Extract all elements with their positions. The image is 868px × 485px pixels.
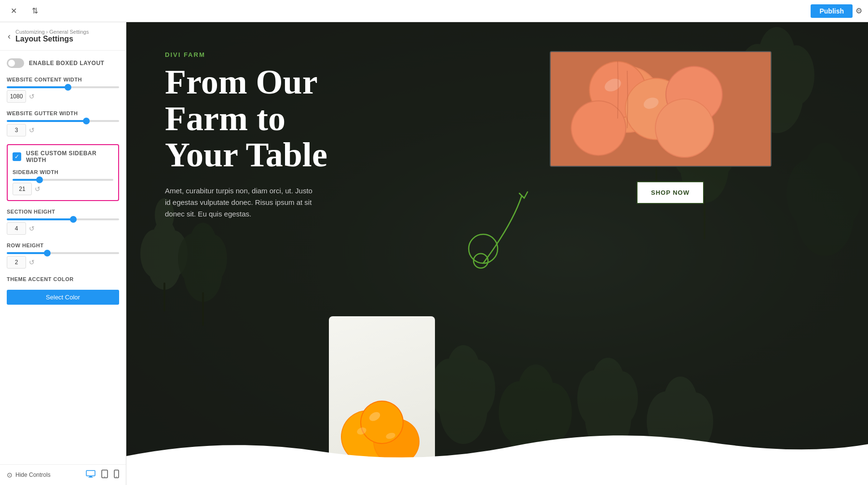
arrow-decoration [445, 186, 541, 273]
row-height-label: ROW HEIGHT [7, 242, 119, 248]
sidebar-panel: ‹ Customizing › General Settings Layout … [0, 22, 126, 485]
website-gutter-width-slider-row [7, 120, 119, 122]
eye-icon: ⊙ [7, 471, 13, 479]
back-button[interactable]: ‹ [8, 31, 11, 41]
website-gutter-width-slider[interactable] [7, 120, 119, 122]
section-height-value: 4 [7, 222, 26, 235]
hide-controls-label: Hide Controls [15, 472, 51, 478]
website-content-width-reset[interactable]: ↺ [29, 93, 35, 100]
row-height-reset[interactable]: ↺ [29, 258, 35, 266]
sidebar-width-slider-row [13, 179, 113, 181]
section-height-slider-row [7, 218, 119, 220]
sidebar-width-value: 21 [13, 183, 32, 195]
mobile-icon-button[interactable] [114, 470, 119, 480]
shop-now-button[interactable]: SHOP NOW [637, 181, 704, 204]
row-height-group: ROW HEIGHT 2 ↺ [7, 242, 119, 269]
svg-point-76 [572, 101, 625, 155]
hero-section: DIVI FARM From Our Farm to Your Table Am… [126, 22, 868, 485]
use-custom-sidebar-label: USE CUSTOM SIDEBAR WIDTH [26, 150, 113, 163]
sidebar-bottom: ⊙ Hide Controls [0, 464, 126, 485]
publish-button[interactable]: Publish [811, 4, 853, 18]
website-gutter-width-reset[interactable]: ↺ [29, 126, 35, 134]
main-content: ‹ Customizing › General Settings Layout … [0, 22, 868, 485]
website-content-width-label: WEBSITE CONTENT WIDTH [7, 77, 119, 82]
website-content-width-group: WEBSITE CONTENT WIDTH 1080 ↺ [7, 77, 119, 103]
svg-point-74 [656, 99, 713, 157]
row-height-slider[interactable] [7, 252, 119, 254]
breadcrumb: Customizing › General Settings [15, 29, 89, 35]
wave-decoration [126, 427, 868, 485]
website-gutter-width-group: WEBSITE GUTTER WIDTH 3 ↺ [7, 110, 119, 136]
section-height-label: SECTION HEIGHT [7, 209, 119, 215]
sidebar-width-reset[interactable]: ↺ [35, 185, 41, 193]
enable-boxed-toggle[interactable] [7, 58, 24, 68]
sidebar-header: ‹ Customizing › General Settings Layout … [0, 22, 126, 51]
enable-boxed-label: ENABLE BOXED LAYOUT [29, 60, 104, 67]
desktop-icon-button[interactable] [86, 470, 95, 480]
swap-button[interactable]: ⇅ [27, 3, 42, 19]
mobile-icon [114, 470, 119, 478]
website-content-width-value-row: 1080 ↺ [7, 90, 119, 103]
section-height-group: SECTION HEIGHT 4 ↺ [7, 209, 119, 235]
svg-rect-0 [86, 471, 95, 476]
section-height-value-row: 4 ↺ [7, 222, 119, 235]
hero-title-line1: From Our [165, 63, 318, 101]
desktop-icon [86, 470, 95, 478]
top-bar-left: ✕ ⇅ [6, 3, 42, 19]
sidebar-width-label: SIDEBAR WIDTH [13, 169, 113, 175]
sidebar-width-value-row: 21 ↺ [13, 183, 113, 195]
custom-sidebar-section: ✓ USE CUSTOM SIDEBAR WIDTH SIDEBAR WIDTH… [7, 144, 119, 201]
tablet-icon [101, 470, 108, 478]
sidebar-width-slider[interactable] [13, 179, 113, 181]
hide-controls-button[interactable]: ⊙ Hide Controls [7, 471, 51, 479]
theme-accent-color-section: THEME ACCENT COLOR Select Color [7, 276, 119, 305]
top-bar-right: Publish ⚙ [811, 4, 862, 18]
hero-title-line3: Your Table [165, 135, 327, 174]
sidebar-content: ENABLE BOXED LAYOUT WEBSITE CONTENT WIDT… [0, 51, 126, 464]
gear-button[interactable]: ⚙ [855, 6, 862, 15]
video-thumbnail[interactable] [550, 51, 772, 167]
row-height-value-row: 2 ↺ [7, 256, 119, 269]
section-height-slider[interactable] [7, 218, 119, 220]
section-height-reset[interactable]: ↺ [29, 225, 35, 232]
sidebar-header-text: Customizing › General Settings Layout Se… [15, 29, 89, 43]
sidebar-width-group: SIDEBAR WIDTH 21 ↺ [13, 169, 113, 195]
enable-boxed-row: ENABLE BOXED LAYOUT [7, 58, 119, 68]
toggle-slider [7, 58, 24, 68]
top-bar: ✕ ⇅ Publish ⚙ [0, 0, 868, 22]
use-custom-sidebar-row: ✓ USE CUSTOM SIDEBAR WIDTH [13, 150, 113, 163]
use-custom-sidebar-checkbox[interactable]: ✓ [13, 152, 21, 161]
preview-area: DIVI FARM From Our Farm to Your Table Am… [126, 22, 868, 485]
svg-rect-2 [88, 477, 93, 478]
svg-point-4 [104, 476, 105, 477]
website-content-width-value: 1080 [7, 90, 26, 103]
theme-accent-color-label: THEME ACCENT COLOR [7, 276, 119, 282]
hero-description: Amet, curabitur turpis non, diam orci, u… [165, 185, 319, 220]
device-icons [86, 470, 119, 480]
tablet-icon-button[interactable] [101, 470, 108, 480]
website-content-width-slider[interactable] [7, 86, 119, 88]
website-gutter-width-value: 3 [7, 124, 26, 136]
hero-title-line2: Farm to [165, 99, 285, 138]
website-gutter-width-label: WEBSITE GUTTER WIDTH [7, 110, 119, 116]
website-content-width-slider-row [7, 86, 119, 88]
page-title: Layout Settings [15, 35, 89, 43]
row-height-value: 2 [7, 256, 26, 269]
peach-image-svg [551, 52, 771, 166]
website-gutter-width-value-row: 3 ↺ [7, 124, 119, 136]
row-height-slider-row [7, 252, 119, 254]
select-color-button[interactable]: Select Color [7, 290, 119, 305]
svg-point-6 [116, 476, 117, 477]
close-button[interactable]: ✕ [6, 3, 21, 19]
